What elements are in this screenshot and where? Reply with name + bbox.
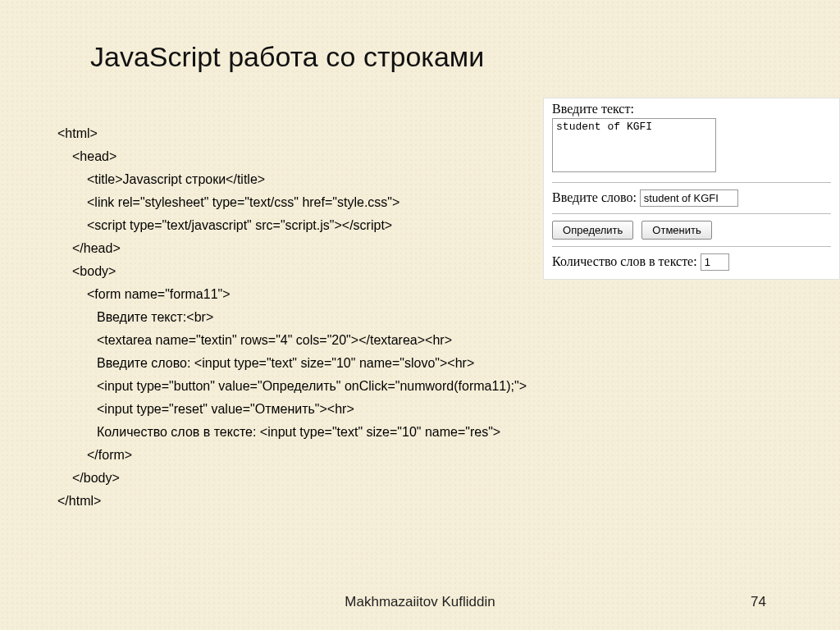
code-line: Введите текст:<br> [57,306,527,329]
code-line: </form> [57,444,527,467]
divider [552,213,831,214]
code-line: <body> [57,260,527,283]
slide: JavaScript работа со строками <html> <he… [0,0,840,630]
label-enter-word: Введите слово: [552,190,637,204]
divider [552,182,831,183]
result-input[interactable] [701,253,729,271]
slide-title: JavaScript работа со строками [90,41,783,73]
code-line: <textarea name="textin" rows="4" cols="2… [57,329,527,352]
code-line: <input type="button" value="Определить" … [57,375,527,398]
code-listing: <html> <head> <title>Javascript строки</… [57,98,527,513]
textarea-input[interactable] [552,118,716,172]
code-line: </body> [57,467,527,490]
code-line: <head> [57,145,527,168]
code-line: Количество слов в тексте: <input type="t… [57,421,527,444]
footer-author: Makhmazaiitov Kufliddin [0,594,840,610]
cancel-button[interactable]: Отменить [641,221,711,240]
code-line: <form name="forma11"> [57,283,527,306]
code-line: <link rel="stylesheet" type="text/css" h… [57,191,527,214]
slide-content: <html> <head> <title>Javascript строки</… [57,98,783,513]
code-line: </html> [57,490,527,513]
word-input[interactable] [640,189,738,207]
code-line: <input type="reset" value="Отменить"><hr… [57,398,527,421]
demo-column: Введите текст: Введите слово: Определить… [543,98,840,513]
page-number: 74 [751,594,766,610]
divider [552,246,831,247]
define-button[interactable]: Определить [552,221,633,240]
demo-form: Введите текст: Введите слово: Определить… [543,98,840,280]
label-enter-text: Введите текст: [552,102,831,116]
code-line: </head> [57,237,527,260]
label-word-count: Количество слов в тексте: [552,254,697,268]
code-line: <title>Javascript строки</title> [57,168,527,191]
code-line: Введите слово: <input type="text" size="… [57,352,527,375]
code-line: <html> [57,122,527,145]
code-line: <script type="text/javascript" src="scri… [57,214,527,237]
